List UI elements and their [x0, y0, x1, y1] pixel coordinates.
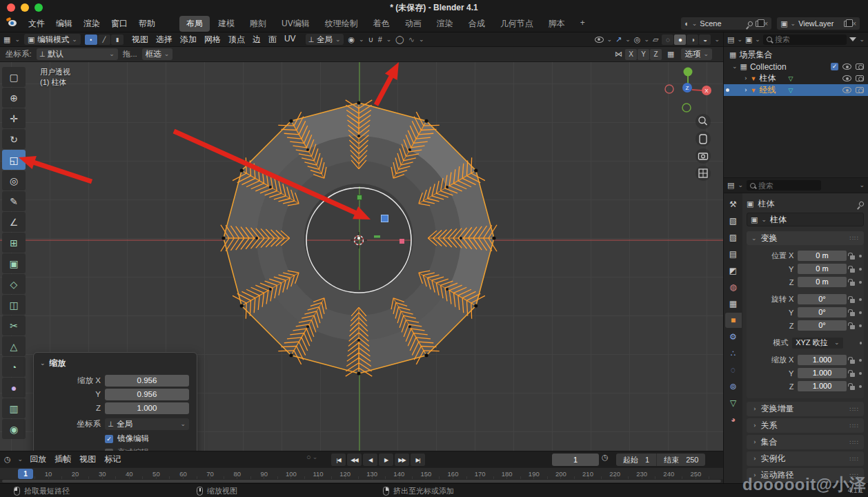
animate-dot[interactable] — [859, 359, 862, 362]
copy-icon[interactable] — [756, 21, 761, 27]
timeline-ruler[interactable]: 1 10203040506070809010011012013014015016… — [0, 467, 723, 479]
viewport-menu-顶点[interactable]: 顶点 — [228, 34, 245, 46]
lock-icon[interactable] — [850, 269, 856, 273]
workspace-tab-UV编辑[interactable]: UV编辑 — [275, 16, 317, 32]
orientation-dropdown[interactable]: ⟂ 全局 ⌄ — [306, 34, 344, 45]
lock-icon[interactable] — [850, 312, 856, 316]
op-field-value[interactable]: 0.956 — [105, 375, 189, 387]
collapse-icon[interactable]: ⌄ — [742, 88, 748, 93]
tool-poly-build[interactable]: △ — [2, 336, 26, 356]
expand-icon[interactable]: ⌄ — [732, 64, 738, 70]
animate-dot[interactable] — [859, 298, 862, 301]
xray-toggle-icon[interactable]: ▱ — [653, 36, 658, 43]
blender-logo-icon[interactable] — [7, 18, 18, 29]
rotation-mode-dropdown[interactable]: XYZ 欧拉 ⌄ — [792, 338, 843, 349]
pin-icon[interactable] — [858, 200, 865, 207]
tool-bevel[interactable]: ◇ — [2, 274, 26, 294]
prev-keyframe-button[interactable]: ◀◀ — [347, 454, 362, 466]
viewport-3d[interactable]: ZX 用户透视 (1) 柱体 ▢⊕✛↻◱◎✎∠⊞▣◇◫✂△◔●▥◉ ⌄ 缩放 缩… — [0, 62, 723, 451]
copy-icon[interactable] — [844, 21, 849, 27]
viewport-menu-边[interactable]: 边 — [253, 34, 261, 46]
snap-magnet-icon[interactable]: ∪ — [368, 36, 374, 43]
transform-panel-header[interactable]: ⌄ 变换 ∷∷ — [747, 231, 864, 245]
collapse-icon[interactable]: ⌄ — [40, 360, 46, 367]
properties-tab-tool[interactable]: ⚒ — [725, 197, 742, 212]
tool-inset-faces[interactable]: ▣ — [2, 253, 26, 273]
next-keyframe-button[interactable]: ▶▶ — [395, 454, 409, 466]
mirror-y-button[interactable]: Y — [638, 49, 649, 60]
viewport-menu-面[interactable]: 面 — [268, 34, 277, 46]
outliner-display-mode-icon[interactable]: ▤ — [727, 36, 734, 43]
workspace-tab-建模[interactable]: 建模 — [211, 16, 241, 32]
panel-关系[interactable]: ⌄关系∷∷ — [747, 418, 864, 433]
jump-to-end-button[interactable]: ▶| — [411, 454, 425, 466]
hide-eye-icon[interactable] — [842, 75, 851, 81]
properties-search[interactable] — [747, 180, 821, 191]
animate-dot[interactable] — [859, 324, 862, 327]
rotation-value-field[interactable]: 0° — [798, 294, 846, 304]
breadcrumb-object[interactable]: 柱体 — [758, 198, 774, 210]
close-icon[interactable]: × — [764, 20, 768, 28]
playhead[interactable]: 1 — [18, 469, 33, 479]
shading-material-button[interactable]: ◑ — [687, 35, 698, 45]
tool-scale[interactable]: ◱ — [2, 150, 26, 170]
hide-eye-icon[interactable] — [842, 64, 851, 70]
lock-icon[interactable] — [850, 373, 856, 377]
viewport-menu-视图[interactable]: 视图 — [132, 34, 148, 46]
menubar-item-渲染[interactable]: 渲染 — [79, 17, 105, 31]
op-field-value[interactable]: 0.956 — [105, 389, 189, 400]
vertex-select-button[interactable]: ▪ — [85, 35, 97, 45]
properties-tab-constraints[interactable]: ⊚ — [725, 379, 742, 394]
workspace-tab-几何节点[interactable]: 几何节点 — [493, 16, 540, 32]
delta-transform-panel[interactable]: ⌄ 变换增量 ∷∷ — [747, 402, 864, 416]
shading-wireframe-button[interactable]: ◌ — [662, 35, 673, 45]
properties-tab-world[interactable]: ◍ — [725, 280, 742, 295]
collapse-icon[interactable]: ⌄ — [742, 76, 748, 81]
autokey-icon[interactable]: ○ — [306, 454, 311, 461]
location-value-field[interactable]: 0 m — [798, 277, 846, 287]
collection-row[interactable]: ⌄ ▦ Collection ✓ — [724, 61, 868, 72]
animate-dot[interactable] — [859, 268, 862, 271]
workspace-tab-渲染[interactable]: 渲染 — [430, 16, 460, 32]
editor-type-icon[interactable]: ▦ — [3, 36, 10, 43]
timeline-menu-标记[interactable]: 标记 — [104, 454, 121, 465]
rotation-value-field[interactable]: 0° — [798, 320, 846, 331]
lock-icon[interactable] — [850, 299, 856, 303]
preview-range-clock-icon[interactable]: ◷ — [602, 454, 609, 461]
mirror-z-button[interactable]: Z — [650, 49, 662, 60]
play-button[interactable]: ▶ — [379, 454, 393, 466]
viewport-menu-选择[interactable]: 选择 — [156, 34, 172, 46]
tool-knife[interactable]: ✂ — [2, 315, 26, 335]
end-frame-field[interactable]: 结束 250 — [656, 454, 705, 466]
timeline-menu-插帧[interactable]: 插帧 — [55, 454, 71, 465]
tool-loop-cut[interactable]: ◫ — [2, 295, 26, 315]
scale-value-field[interactable]: 1.000 — [798, 355, 846, 365]
properties-tab-scene[interactable]: ◩ — [725, 263, 742, 278]
workspace-tab-布局[interactable]: 布局 — [179, 16, 210, 32]
options-dropdown[interactable]: 选项 ⌄ — [681, 48, 712, 60]
workspace-tab-纹理绘制[interactable]: 纹理绘制 — [318, 16, 365, 32]
workspace-tab-+[interactable]: + — [573, 16, 592, 32]
proportional-edit-icon[interactable]: ◯ — [395, 36, 404, 43]
op-orientation-dropdown[interactable]: ⟂ 全局 ⌄ — [105, 418, 189, 430]
overlays-icon[interactable]: ◎ — [634, 36, 641, 43]
tool-measure[interactable]: ∠ — [2, 212, 26, 232]
menubar-item-文件[interactable]: 文件 — [23, 17, 50, 31]
edge-select-button[interactable]: ╱ — [98, 35, 110, 45]
scene-selector[interactable]: ◐ ⌄ Scene × — [681, 17, 771, 30]
outliner-filter-image-icon[interactable]: ▣ — [745, 36, 752, 43]
lock-icon[interactable] — [850, 386, 856, 390]
tool-spin[interactable]: ◔ — [2, 357, 26, 377]
lock-icon[interactable] — [850, 325, 856, 329]
snap-grid-icon[interactable]: ▦ — [667, 50, 674, 58]
shading-solid-button[interactable]: ● — [674, 35, 686, 45]
animate-dot[interactable] — [859, 281, 862, 284]
tool-shrink-fatten[interactable]: ◉ — [2, 419, 26, 439]
properties-tab-modifiers[interactable]: ⚙ — [725, 329, 742, 344]
tool-extrude-region[interactable]: ⊞ — [2, 233, 26, 253]
workspace-tab-动画[interactable]: 动画 — [398, 16, 428, 32]
scale-value-field[interactable]: 1.000 — [798, 381, 846, 391]
close-icon[interactable]: × — [852, 20, 856, 28]
tool-orientation-dropdown[interactable]: ⟂ 默认 ⌄ — [37, 48, 118, 60]
properties-tab-collection[interactable]: ▦ — [725, 296, 742, 311]
